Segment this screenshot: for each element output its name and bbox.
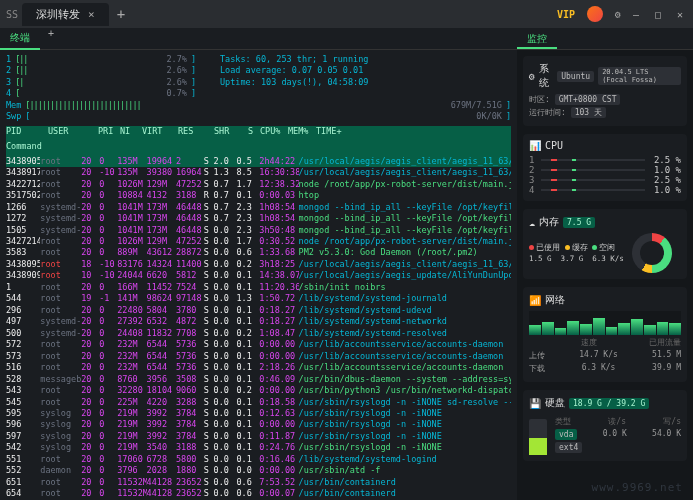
process-row[interactable]: 497 systemd-n 20 0 27392 6532 4872 S 0.0… <box>6 316 511 327</box>
chart-icon: 📊 <box>529 140 541 151</box>
close-button[interactable]: ✕ <box>677 9 687 19</box>
write-label: 写/s <box>663 416 681 427</box>
mem-cache: 3.7 G <box>561 254 584 263</box>
net-title: 网络 <box>545 293 565 307</box>
settings-icon[interactable]: ⚙ <box>615 9 621 20</box>
runtime-value: 103 天 <box>571 107 606 118</box>
cpu-core-row: 32.5 % <box>529 175 681 185</box>
process-row[interactable]: 3583 root 20 0 889M 43612 28872 S 0.0 0.… <box>6 247 511 258</box>
mem-used: 1.5 G <box>529 254 552 263</box>
read-label: 读/s <box>608 416 626 427</box>
uptime-line: Uptime: 103 days(!), 04:58:09 <box>220 77 368 88</box>
disk-dev: vda <box>555 429 577 440</box>
mem-used-label: 已使用 <box>536 243 560 252</box>
new-tab-button[interactable]: + <box>109 6 133 22</box>
watermark: www.9969.net <box>592 481 683 494</box>
ver-badge: 20.04.5 LTS (Focal Fossa) <box>598 67 681 85</box>
add-terminal-button[interactable]: + <box>40 28 62 50</box>
process-row[interactable]: 500 systemd-r 20 0 24408 11832 7708 S 0.… <box>6 328 511 339</box>
disk-section: 💾硬盘 18.9 G / 39.2 G 类型读/s写/s vda0.0 K54.… <box>523 390 687 461</box>
disk-bar <box>529 419 547 455</box>
minimize-button[interactable]: — <box>633 9 643 19</box>
process-row[interactable]: 3438905 root 20 0 135M 19964 2 S 2.0 0.5… <box>6 156 511 167</box>
net-graph <box>529 311 681 335</box>
os-badge: Ubuntu <box>557 71 594 82</box>
vip-badge: VIP <box>557 9 575 20</box>
mem-total: 7.5 G <box>563 217 595 228</box>
runtime-label: 运行时间: <box>529 108 566 117</box>
tab-terminal[interactable]: 终端 <box>0 28 40 50</box>
disk-write: 54.0 K <box>652 429 681 440</box>
tasks-line: Tasks: 60, 253 thr; 1 running <box>220 54 368 65</box>
dn-label: 下载 <box>529 363 545 374</box>
process-row[interactable]: 1 root 20 0 166M 11452 7524 S 0.0 0.1 11… <box>6 282 511 293</box>
dn-total: 39.9 M <box>652 363 681 374</box>
load-line: Load average: 0.07 0.05 0.01 <box>220 65 368 76</box>
mem-cache-label: 缓存 <box>572 243 588 252</box>
disk-badge: 18.9 G / 39.2 G <box>569 398 649 409</box>
process-row[interactable]: 551 root 20 0 17060 6728 5800 S 0.0 0.1 … <box>6 454 511 465</box>
process-row[interactable]: 3422712 root 20 0 1026M 129M 47252 S 0.7… <box>6 179 511 190</box>
avatar[interactable] <box>587 6 603 22</box>
gear-icon: ⚙ <box>529 71 535 82</box>
dn-speed: 6.3 K/s <box>582 363 616 374</box>
mem-free-label: 空闲 <box>599 243 615 252</box>
system-title: 系统 <box>539 62 553 90</box>
process-row[interactable]: 3517502 root 20 0 10884 4132 3188 R 0.7 … <box>6 190 511 201</box>
disk-fs: ext4 <box>555 442 582 453</box>
tab-main[interactable]: 深圳转发 × <box>22 3 109 26</box>
process-row[interactable]: 545 root 20 0 225M 4220 3288 S 0.0 0.1 0… <box>6 397 511 408</box>
process-row[interactable]: 597 syslog 20 0 219M 3992 3784 S 0.0 0.1… <box>6 431 511 442</box>
app-prefix: SS <box>6 9 18 20</box>
process-row[interactable]: 3427214 root 20 0 1026M 129M 47252 S 0.0… <box>6 236 511 247</box>
process-row[interactable]: 596 syslog 20 0 219M 3992 3784 S 0.0 0.1… <box>6 419 511 430</box>
process-row[interactable]: 528 messagebu 20 0 8760 3956 3508 S 0.0 … <box>6 374 511 385</box>
system-section: ⚙系统 Ubuntu 20.04.5 LTS (Focal Fossa) 时区:… <box>523 56 687 126</box>
up-speed: 14.7 K/s <box>579 350 618 361</box>
process-row[interactable]: 552 daemon 20 0 3796 2028 1880 S 0.0 0.0… <box>6 465 511 476</box>
process-row[interactable]: 3438095 root 18 -10 83176 14324 11400 S … <box>6 259 511 270</box>
terminal-output[interactable]: 1[||2.7%]2[||2.6%]3[|2.6%]4[0.7%] Tasks:… <box>0 50 517 500</box>
disk-icon: 💾 <box>529 398 541 409</box>
process-row[interactable]: 3438917 root 20 -10 135M 39380 16964 S 1… <box>6 167 511 178</box>
traffic-label: 已用流量 <box>649 337 681 348</box>
process-row[interactable]: 3438909 root 10 -10 24044 6620 5812 S 0.… <box>6 270 511 281</box>
monitor-panel: ⚙系统 Ubuntu 20.04.5 LTS (Focal Fossa) 时区:… <box>517 50 693 500</box>
process-row[interactable]: 516 root 20 0 232M 6544 5736 S 0.0 0.1 2… <box>6 362 511 373</box>
process-row[interactable]: 543 root 20 0 32280 18104 9060 S 0.0 0.2… <box>6 385 511 396</box>
speed-label: 速度 <box>581 337 597 348</box>
cloud-icon: ☁ <box>529 217 535 228</box>
process-row[interactable]: 651 root 20 0 11532M 44128 23652 S 0.0 0… <box>6 477 511 488</box>
process-row[interactable]: 544 root 19 -1 141M 98624 97148 S 0.0 1.… <box>6 293 511 304</box>
maximize-button[interactable]: □ <box>655 9 665 19</box>
memory-donut <box>632 233 672 273</box>
network-section: 📶网络 速度已用流量 上传14.7 K/s51.5 M 下载6.3 K/s39.… <box>523 287 687 382</box>
up-label: 上传 <box>529 350 545 361</box>
process-row[interactable]: 1266 systemd-c 20 0 1041M 173M 46448 S 0… <box>6 202 511 213</box>
tab-label: 深圳转发 <box>36 7 80 22</box>
process-row[interactable]: 1505 systemd-c 20 0 1041M 173M 46448 S 0… <box>6 225 511 236</box>
up-total: 51.5 M <box>652 350 681 361</box>
process-header[interactable]: PIDUSERPRINIVIRTRESSHRSCPU%MEM%TIME+Comm… <box>6 126 511 156</box>
tz-label: 时区: <box>529 95 550 104</box>
cpu-core-row: 21.0 % <box>529 165 681 175</box>
process-row[interactable]: 654 root 20 0 11532M 44128 23652 S 0.0 0… <box>6 488 511 499</box>
process-row[interactable]: 296 root 20 0 22480 5804 3780 S 0.0 0.1 … <box>6 305 511 316</box>
process-row[interactable]: 572 root 20 0 232M 6544 5736 S 0.0 0.1 0… <box>6 339 511 350</box>
mem-title: 内存 <box>539 215 559 229</box>
process-row[interactable]: 542 syslog 20 0 219M 3540 3188 S 0.0 0.1… <box>6 442 511 453</box>
process-row[interactable]: 573 root 20 0 232M 6544 5736 S 0.0 0.1 0… <box>6 351 511 362</box>
disk-title: 硬盘 <box>545 396 565 410</box>
wifi-icon: 📶 <box>529 295 541 306</box>
cpu-title: CPU <box>545 140 563 151</box>
close-icon[interactable]: × <box>88 8 95 21</box>
tab-monitor[interactable]: 监控 <box>517 30 557 49</box>
memory-section: ☁内存 7.5 G 已使用 缓存 空闲 1.5 G 3.7 G 6.3 K/s <box>523 209 687 279</box>
process-row[interactable]: 1272 systemd-c 20 0 1041M 173M 46448 S 0… <box>6 213 511 224</box>
process-row[interactable]: 595 syslog 20 0 219M 3992 3784 S 0.0 0.1… <box>6 408 511 419</box>
cpu-core-row: 12.5 % <box>529 155 681 165</box>
tz-value: GMT+0800 CST <box>555 94 621 105</box>
type-label: 类型 <box>555 416 571 427</box>
mem-free: 6.3 K/s <box>592 254 624 263</box>
cpu-section: 📊CPU 12.5 %21.0 %32.5 %41.0 % <box>523 134 687 201</box>
